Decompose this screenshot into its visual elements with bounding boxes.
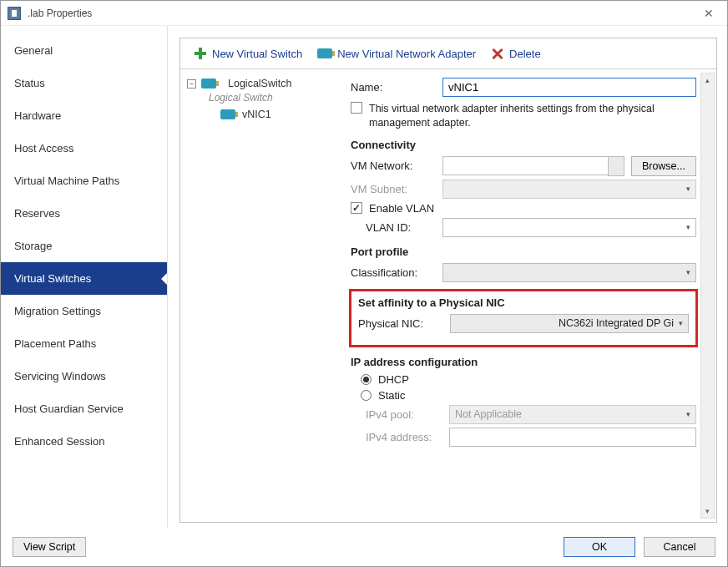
physical-nic-combo[interactable]: NC362i Integrated DP Gi▾ [450, 314, 689, 333]
static-label: Static [378, 389, 406, 402]
enable-vlan-checkbox[interactable] [351, 202, 362, 214]
tree-switch-node[interactable]: − LogicalSwitch [185, 76, 337, 91]
classification-combo[interactable]: ▾ [442, 263, 696, 282]
nav-hardware[interactable]: Hardware [1, 99, 167, 132]
title-bar: .lab Properties ✕ [1, 1, 727, 26]
dhcp-radio[interactable] [361, 374, 372, 385]
plus-icon [194, 47, 207, 60]
vm-network-label: VM Network: [351, 159, 436, 172]
physical-nic-label: Physical NIC: [358, 317, 443, 330]
new-virtual-adapter-button[interactable]: New Virtual Network Adapter [312, 46, 481, 62]
vlan-id-combo[interactable]: ▾ [442, 218, 696, 237]
vm-subnet-label: VM Subnet: [351, 183, 436, 195]
form-pane: Name: This virtual network adapter inher… [342, 69, 716, 522]
nic-icon [220, 109, 235, 119]
nav-storage[interactable]: Storage [1, 230, 167, 262]
ipv4-address-label: IPv4 address: [351, 431, 442, 443]
app-icon [8, 7, 21, 20]
scrollbar[interactable]: ▴ ▾ [700, 73, 715, 519]
connectivity-heading: Connectivity [351, 139, 696, 151]
scroll-down-icon[interactable]: ▾ [701, 504, 714, 518]
ipv4-address-input [449, 428, 696, 447]
port-profile-heading: Port profile [351, 246, 696, 258]
ipv4-pool-label: IPv4 pool: [351, 408, 442, 421]
nav-servicing[interactable]: Servicing Windows [1, 360, 167, 392]
nav-general[interactable]: General [1, 34, 167, 67]
delete-icon [491, 47, 504, 60]
close-icon[interactable]: ✕ [697, 7, 720, 20]
ip-config-heading: IP address configuration [351, 356, 696, 368]
new-virtual-switch-button[interactable]: New Virtual Switch [189, 45, 307, 62]
nav-host-access[interactable]: Host Access [1, 132, 167, 165]
dialog-footer: View Script OK Cancel [1, 528, 727, 566]
switch-tree: − LogicalSwitch Logical Switch vNIC1 [180, 69, 342, 522]
toolbar: New Virtual Switch New Virtual Network A… [180, 38, 716, 68]
vm-network-input[interactable] [442, 156, 608, 175]
cancel-button[interactable]: Cancel [644, 537, 715, 557]
affinity-heading: Set affinity to a Physical NIC [358, 296, 689, 309]
vm-subnet-combo: ▾ [442, 180, 696, 199]
nav-host-guardian[interactable]: Host Guardian Service [1, 392, 167, 425]
ipv4-pool-combo: Not Applicable▾ [449, 405, 696, 424]
delete-button[interactable]: Delete [486, 45, 546, 62]
tree-adapter-node[interactable]: vNIC1 [220, 109, 337, 120]
static-radio[interactable] [361, 390, 372, 401]
name-label: Name: [351, 81, 436, 94]
tree-switch-subtitle: Logical Switch [209, 92, 337, 104]
scroll-up-icon[interactable]: ▴ [701, 73, 714, 87]
nav-reserves[interactable]: Reserves [1, 197, 167, 230]
classification-label: Classification: [351, 266, 436, 279]
nav-vm-paths[interactable]: Virtual Machine Paths [1, 165, 167, 197]
ok-button[interactable]: OK [564, 537, 635, 557]
nic-icon [201, 78, 216, 89]
vlan-id-label: VLAN ID: [351, 221, 436, 234]
nav-virtual-switches[interactable]: Virtual Switches [1, 262, 167, 295]
nav-migration[interactable]: Migration Settings [1, 295, 167, 327]
nic-icon [317, 48, 332, 58]
affinity-highlight: Set affinity to a Physical NIC Physical … [349, 289, 698, 347]
browse-button[interactable]: Browse... [631, 156, 696, 176]
dhcp-label: DHCP [378, 373, 409, 386]
view-script-button[interactable]: View Script [13, 537, 86, 557]
nav-status[interactable]: Status [1, 67, 167, 99]
nav-enhanced-session[interactable]: Enhanced Session [1, 425, 167, 458]
nav-placement[interactable]: Placement Paths [1, 327, 167, 360]
collapse-icon[interactable]: − [187, 79, 196, 89]
properties-dialog: .lab Properties ✕ General Status Hardwar… [0, 0, 728, 567]
inherit-label: This virtual network adapter inherits se… [369, 102, 696, 130]
enable-vlan-label: Enable VLAN [369, 202, 434, 215]
left-nav: General Status Hardware Host Access Virt… [1, 26, 168, 528]
name-input[interactable] [442, 78, 696, 97]
window-title: .lab Properties [28, 8, 92, 19]
inherit-checkbox[interactable] [351, 102, 362, 114]
